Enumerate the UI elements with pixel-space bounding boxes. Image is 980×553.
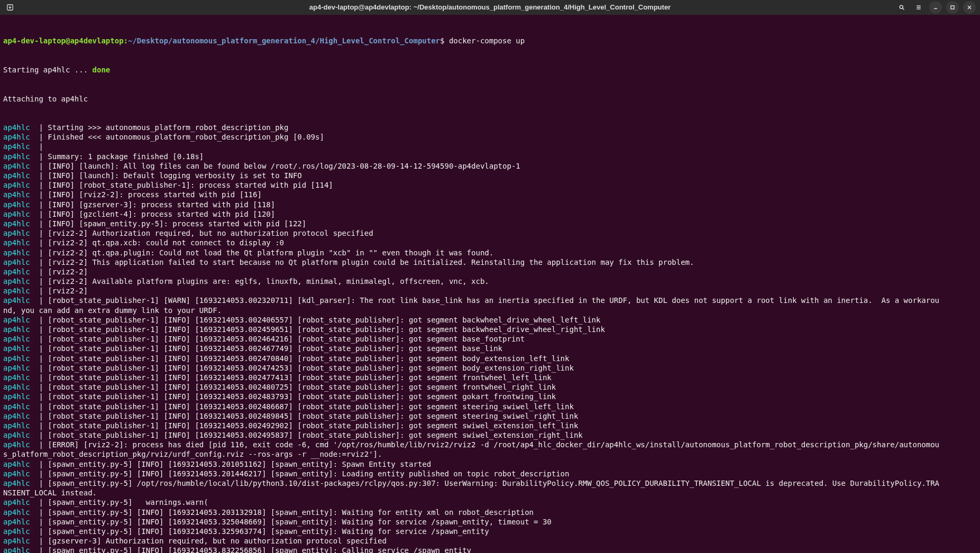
log-line: ap4hlc | [spawn_entity.py-5] [INFO] [169…	[3, 546, 977, 553]
startup-attaching: Attaching to ap4hlc	[3, 94, 977, 104]
minimize-button[interactable]	[929, 1, 942, 14]
log-line: ap4hlc | [gzserver-3] Authorization requ…	[3, 536, 977, 546]
log-line: ap4hlc | [robot_state_publisher-1] [INFO…	[3, 392, 977, 401]
window-titlebar: ap4-dev-laptop@ap4devlaptop: ~/Desktop/a…	[0, 0, 980, 15]
prompt-command: docker-compose up	[449, 36, 525, 45]
log-line: ap4hlc | [spawn_entity.py-5] [INFO] [169…	[3, 508, 977, 517]
startup-starting: Starting ap4hlc ... done	[3, 65, 977, 75]
svg-line-4	[903, 8, 904, 10]
prompt-line: ap4-dev-laptop@ap4devlaptop:~/Desktop/au…	[3, 36, 977, 45]
log-line: ap4hlc | [robot_state_publisher-1] [INFO…	[3, 382, 977, 392]
log-line: ap4hlc | [INFO] [rviz2-2]: process start…	[3, 190, 977, 199]
log-line: ap4hlc | [rviz2-2] qt.qpa.plugin: Could …	[3, 248, 977, 257]
log-line: ap4hlc | [spawn_entity.py-5] [INFO] [169…	[3, 517, 977, 527]
prompt-path: ~/Desktop/autonomous_platform_generation…	[128, 36, 440, 45]
svg-point-3	[900, 5, 903, 8]
log-line: ap4hlc | [rviz2-2] This application fail…	[3, 257, 977, 267]
log-line: ap4hlc | [rviz2-2] Available platform pl…	[3, 276, 977, 286]
prompt-symbol: $	[440, 36, 444, 45]
log-line: ap4hlc | [robot_state_publisher-1] [INFO…	[3, 373, 977, 382]
log-line: ap4hlc | [robot_state_publisher-1] [INFO…	[3, 402, 977, 411]
log-line: ap4hlc | [rviz2-2] Authorization require…	[3, 228, 977, 238]
log-line: ap4hlc | [robot_state_publisher-1] [INFO…	[3, 325, 977, 334]
log-line: ap4hlc | [INFO] [launch]: Default loggin…	[3, 171, 977, 180]
log-line: ap4hlc | [INFO] [gzserver-3]: process st…	[3, 200, 977, 209]
log-line: ap4hlc | [rviz2-2]	[3, 267, 977, 276]
new-tab-button[interactable]	[4, 2, 16, 13]
log-line: ap4hlc | [robot_state_publisher-1] [INFO…	[3, 344, 977, 353]
log-line-wrap: s_platform_robot_description_pkg/rviz/ur…	[3, 449, 977, 459]
log-line: ap4hlc | [spawn_entity.py-5] [INFO] [169…	[3, 459, 977, 469]
log-line: ap4hlc | [INFO] [gzclient-4]: process st…	[3, 209, 977, 219]
search-button[interactable]	[895, 1, 908, 14]
log-line: ap4hlc | [spawn_entity.py-5] [INFO] [169…	[3, 469, 977, 478]
hamburger-menu-button[interactable]	[912, 1, 925, 14]
log-line: ap4hlc | [robot_state_publisher-1] [INFO…	[3, 363, 977, 373]
log-line: ap4hlc | [INFO] [launch]: All log files …	[3, 161, 977, 171]
log-line: ap4hlc | [robot_state_publisher-1] [WARN…	[3, 296, 977, 305]
log-line: ap4hlc | [INFO] [spawn_entity.py-5]: pro…	[3, 219, 977, 228]
log-line-wrap: NSIENT_LOCAL instead.	[3, 488, 977, 497]
log-line: ap4hlc | [robot_state_publisher-1] [INFO…	[3, 430, 977, 440]
maximize-button[interactable]	[946, 1, 959, 14]
log-line: ap4hlc | [robot_state_publisher-1] [INFO…	[3, 334, 977, 344]
log-line: ap4hlc | [robot_state_publisher-1] [INFO…	[3, 315, 977, 325]
log-line: ap4hlc | [robot_state_publisher-1] [INFO…	[3, 411, 977, 421]
log-line: ap4hlc | [rviz2-2] qt.qpa.xcb: could not…	[3, 238, 977, 247]
svg-rect-9	[951, 6, 954, 9]
close-button[interactable]	[963, 1, 976, 14]
log-line: ap4hlc |	[3, 142, 977, 151]
log-line: ap4hlc | Finished <<< autonomous_platfor…	[3, 132, 977, 142]
log-line: ap4hlc | [spawn_entity.py-5] [INFO] [169…	[3, 527, 977, 536]
prompt-user-host: ap4-dev-laptop@ap4devlaptop:	[3, 36, 128, 45]
log-line: ap4hlc | [robot_state_publisher-1] [INFO…	[3, 421, 977, 430]
log-line: ap4hlc | [rviz2-2]	[3, 286, 977, 296]
log-line: ap4hlc | Summary: 1 package finished [0.…	[3, 152, 977, 161]
log-line: ap4hlc | [robot_state_publisher-1] [INFO…	[3, 354, 977, 363]
log-line: ap4hlc | [ERROR] [rviz2-2]: process has …	[3, 440, 977, 449]
log-line-wrap: nd, you can add an extra dummy link to y…	[3, 306, 977, 315]
log-line: ap4hlc | [INFO] [robot_state_publisher-1…	[3, 180, 977, 190]
log-line: ap4hlc | Starting >>> autonomous_platfor…	[3, 123, 977, 132]
terminal-output[interactable]: ap4-dev-laptop@ap4devlaptop:~/Desktop/au…	[0, 15, 980, 553]
log-line: ap4hlc | [spawn_entity.py-5] /opt/ros/hu…	[3, 478, 977, 488]
window-title: ap4-dev-laptop@ap4devlaptop: ~/Desktop/a…	[309, 3, 671, 12]
log-line: ap4hlc | [spawn_entity.py-5] warnings.wa…	[3, 497, 977, 507]
